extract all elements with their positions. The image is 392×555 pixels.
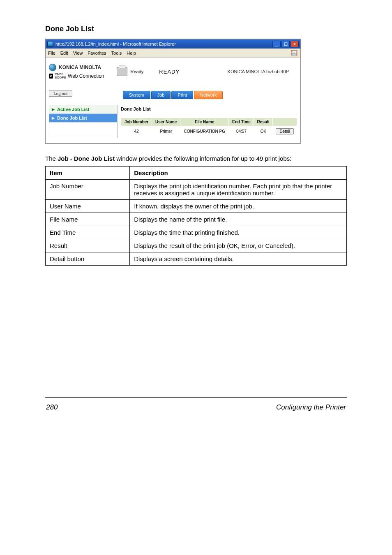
page-number: 280 xyxy=(46,403,58,412)
tab-print[interactable]: Print xyxy=(171,91,193,99)
menubar: File Edit View Favorites Tools Help 🪟 xyxy=(46,49,300,58)
section-heading: Done Job List xyxy=(45,25,347,33)
cell-item: End Time xyxy=(46,226,130,239)
table-row: Result Displays the result of the print … xyxy=(46,239,347,252)
brand-name: KONICA MINOLTA xyxy=(59,65,101,70)
cell-desc: Displays the name of the print file. xyxy=(130,213,347,226)
ready-big: READY xyxy=(159,69,180,75)
cell-end-time: 04:57 xyxy=(229,126,254,137)
cell-item: Job Number xyxy=(46,180,130,200)
cell-user-name: Printer xyxy=(152,126,180,137)
footer-divider xyxy=(45,397,347,398)
table-row: End Time Displays the time that printing… xyxy=(46,226,347,239)
menu-help[interactable]: Help xyxy=(127,51,136,56)
cell-item: User Name xyxy=(46,200,130,213)
model-name: KONICA MINOLTA bizhub 40P xyxy=(228,69,297,74)
pagescope-icon: P xyxy=(49,74,53,79)
brand-sub: Web Connection xyxy=(68,73,104,79)
th-result: Result xyxy=(254,118,273,126)
sidebar-item-done-job-list[interactable]: ▶ Done Job List xyxy=(49,114,117,123)
sidebar-item-label: Done Job List xyxy=(57,116,87,120)
menu-favorites[interactable]: Favorites xyxy=(88,51,106,56)
window-title: http://192.168.1.2/tn_index.html - Micro… xyxy=(55,42,176,46)
sidebar-item-label: Active Job List xyxy=(57,107,89,112)
cell-desc: If known, displays the owner of the prin… xyxy=(130,200,347,213)
th-blank xyxy=(273,118,297,126)
close-button[interactable]: × xyxy=(291,41,299,47)
cell-result: OK xyxy=(254,126,273,137)
triangle-icon: ▶ xyxy=(52,116,55,120)
divider xyxy=(121,115,297,115)
cell-desc: Displays a screen containing details. xyxy=(130,252,347,266)
sidebar-item-active-job-list[interactable]: ▶ Active Job List xyxy=(49,105,117,114)
page-footer: 280 Configuring the Printer xyxy=(45,401,347,412)
pagescope-label: PAGE SCOPE xyxy=(55,73,66,79)
table-row: File Name Displays the name of the print… xyxy=(46,213,347,226)
th-job-number: Job Number xyxy=(121,118,152,126)
cell-desc: Displays the print job identification nu… xyxy=(130,180,347,200)
minimize-button[interactable]: _ xyxy=(272,41,281,47)
side-nav: ▶ Active Job List ▶ Done Job List xyxy=(49,105,118,138)
window-titlebar: http://192.168.1.2/tn_index.html - Micro… xyxy=(46,39,300,49)
browser-window: http://192.168.1.2/tn_index.html - Micro… xyxy=(45,39,301,143)
pane-title: Done Job List xyxy=(121,106,297,111)
km-logo-icon xyxy=(49,64,56,71)
ready-short: Ready xyxy=(131,69,144,74)
th-file-name: File Name xyxy=(180,118,229,126)
cell-desc: Displays the time that printing finished… xyxy=(130,226,347,239)
cell-file-name: CONFIGURATION PG xyxy=(180,126,229,137)
cell-desc: Displays the result of the print job (OK… xyxy=(130,239,347,252)
windows-logo-icon: 🪟 xyxy=(290,49,298,57)
logout-button[interactable]: Log out xyxy=(49,90,72,97)
ie-icon xyxy=(47,41,53,47)
tab-system[interactable]: System xyxy=(123,91,150,99)
th-description: Description xyxy=(130,166,347,180)
printer-icon xyxy=(117,67,127,76)
triangle-icon: ▶ xyxy=(52,107,55,111)
table-header-row: Job Number User Name File Name End Time … xyxy=(121,118,297,126)
cell-item: Detail button xyxy=(46,252,130,266)
cell-job-number: 42 xyxy=(121,126,152,137)
table-row: Detail button Displays a screen containi… xyxy=(46,252,347,266)
footer-title: Configuring the Printer xyxy=(276,403,346,412)
menu-file[interactable]: File xyxy=(48,51,55,56)
th-item: Item xyxy=(46,166,130,180)
cell-item: Result xyxy=(46,239,130,252)
table-row: Job Number Displays the print job identi… xyxy=(46,180,347,200)
table-row: User Name If known, displays the owner o… xyxy=(46,200,347,213)
menu-view[interactable]: View xyxy=(73,51,83,56)
cell-item: File Name xyxy=(46,213,130,226)
description-table: Item Description Job Number Displays the… xyxy=(45,166,347,266)
tab-job[interactable]: Job xyxy=(151,91,171,99)
done-job-table: Job Number User Name File Name End Time … xyxy=(121,118,297,136)
maximize-button[interactable]: ☐ xyxy=(281,41,290,47)
detail-button[interactable]: Detail xyxy=(276,128,294,134)
tab-network[interactable]: Network xyxy=(194,91,223,99)
menu-edit[interactable]: Edit xyxy=(60,51,68,56)
table-row: 42 Printer CONFIGURATION PG 04:57 OK Det… xyxy=(121,126,297,137)
caption-paragraph: The Job - Done Job List window provides … xyxy=(45,154,347,163)
th-end-time: End Time xyxy=(229,118,254,126)
menu-tools[interactable]: Tools xyxy=(111,51,122,56)
th-user-name: User Name xyxy=(152,118,180,126)
